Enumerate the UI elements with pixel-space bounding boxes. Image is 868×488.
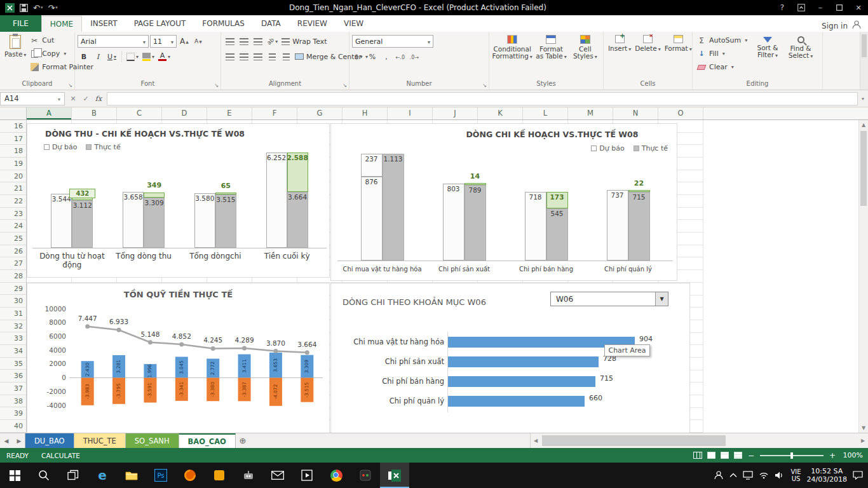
column-header-E[interactable]: E	[207, 107, 252, 119]
find-select-button[interactable]: Find & Select	[784, 34, 817, 61]
row-header-29[interactable]: 29	[0, 283, 27, 295]
bold-button[interactable]: B	[78, 50, 90, 63]
align-middle-button[interactable]	[238, 35, 250, 48]
enter-button[interactable]	[80, 95, 92, 103]
autosum-button[interactable]: AutoSum	[695, 34, 751, 47]
new-sheet-button[interactable]	[236, 433, 250, 448]
tab-page-layout[interactable]: PAGE LAYOUT	[126, 16, 194, 32]
chrome-app[interactable]	[322, 463, 351, 488]
ribbon-scrollbar[interactable]	[860, 32, 868, 90]
row-header-26[interactable]: 26	[0, 245, 27, 258]
sheet-tab-thuc_te[interactable]: THUC_TE	[74, 433, 126, 448]
column-header-I[interactable]: I	[388, 107, 433, 119]
column-header-A[interactable]: A	[27, 107, 72, 119]
insert-function-button[interactable]: fx	[93, 95, 104, 103]
increase-font-button[interactable]: A▲	[178, 35, 191, 48]
column-header-C[interactable]: C	[117, 107, 162, 119]
accounting-format-button[interactable]	[352, 50, 365, 63]
week-dropdown[interactable]: W06	[550, 292, 668, 306]
number-dialog-launcher[interactable]	[481, 82, 488, 89]
save-icon[interactable]	[20, 4, 28, 12]
task-view-button[interactable]	[58, 463, 88, 488]
display-settings-icon[interactable]	[693, 452, 702, 459]
row-header-30[interactable]: 30	[0, 295, 27, 308]
row-header-22[interactable]: 22	[0, 195, 27, 208]
column-header-F[interactable]: F	[252, 107, 297, 119]
excel-app[interactable]	[380, 463, 409, 488]
row-header-31[interactable]: 31	[0, 308, 27, 320]
movies-app[interactable]	[292, 463, 322, 488]
tab-data[interactable]: DATA	[253, 16, 289, 32]
decrease-indent-button[interactable]	[266, 50, 278, 63]
fill-color-button[interactable]	[141, 50, 156, 63]
font-color-button[interactable]	[157, 50, 172, 63]
wrap-text-button[interactable]: Wrap Text	[280, 35, 328, 48]
horizontal-scroll-thumb[interactable]	[542, 435, 726, 446]
edge-app[interactable]: e	[88, 463, 117, 488]
chevron-up-icon[interactable]	[729, 473, 737, 478]
start-button[interactable]	[0, 463, 29, 488]
bot-app[interactable]	[234, 463, 263, 488]
name-box[interactable]: A14	[0, 92, 65, 105]
sheet-tab-so_sanh[interactable]: SO_SANH	[125, 433, 179, 448]
zoom-level[interactable]: 100%	[841, 451, 863, 459]
alignment-dialog-launcher[interactable]	[341, 82, 348, 89]
align-left-button[interactable]	[224, 50, 236, 63]
column-header-L[interactable]: L	[523, 107, 568, 119]
folder-app[interactable]	[205, 463, 234, 488]
status-calculate[interactable]: CALCULATE	[35, 452, 86, 459]
row-header-20[interactable]: 20	[0, 170, 27, 183]
comma-style-button[interactable]: ,	[380, 50, 393, 63]
align-bottom-button[interactable]	[252, 35, 264, 48]
people-icon[interactable]	[714, 470, 724, 480]
column-header-D[interactable]: D	[162, 107, 207, 119]
select-all-corner[interactable]	[0, 107, 27, 119]
paste-button[interactable]: Paste	[3, 34, 28, 60]
sort-filter-button[interactable]: Sort & Filter	[751, 34, 784, 60]
sheet-tab-du_bao[interactable]: DU_BAO	[25, 433, 74, 448]
mail-app[interactable]	[263, 463, 292, 488]
tab-formulas[interactable]: FORMULAS	[194, 16, 253, 32]
clipboard-dialog-launcher[interactable]	[67, 82, 74, 89]
volume-icon[interactable]	[775, 471, 785, 480]
zoom-slider[interactable]	[760, 455, 824, 456]
vertical-scroll-thumb[interactable]	[860, 131, 867, 206]
worksheet-grid[interactable]: 1617181920212223242526272829303132333435…	[0, 120, 868, 433]
row-header-28[interactable]: 28	[0, 270, 27, 283]
sign-in[interactable]: Sign in	[822, 20, 868, 32]
clear-button[interactable]: Clear	[695, 60, 751, 74]
scroll-right-icon[interactable]: ▶	[858, 438, 868, 444]
fill-button[interactable]: Fill	[695, 47, 751, 60]
percent-style-button[interactable]: %	[366, 50, 379, 63]
sheet-nav-left-icon[interactable]: ◀	[0, 433, 13, 448]
column-header-K[interactable]: K	[478, 107, 523, 119]
row-header-27[interactable]: 27	[0, 257, 27, 270]
tab-file[interactable]: FILE	[0, 15, 41, 32]
zoom-out-button[interactable]: −	[747, 451, 755, 460]
row-header-37[interactable]: 37	[0, 383, 27, 395]
increase-indent-button[interactable]	[280, 50, 292, 63]
tab-view[interactable]: VIEW	[336, 16, 372, 32]
font-family-select[interactable]: Arial	[78, 35, 149, 48]
horizontal-scrollbar[interactable]: ◀ ▶	[530, 433, 868, 448]
row-header-40[interactable]: 40	[0, 420, 27, 433]
row-header-32[interactable]: 32	[0, 320, 27, 333]
chart-revenue-plan-vs-actual[interactable]: DÒNG THU - CHI KẾ HOẠCH VS.THỰC TẾ W08Dự…	[27, 123, 330, 278]
align-right-button[interactable]	[252, 50, 264, 63]
column-header-N[interactable]: N	[613, 107, 658, 119]
search-button[interactable]	[29, 463, 58, 488]
row-header-33[interactable]: 33	[0, 332, 27, 345]
maximize-button[interactable]	[830, 0, 849, 15]
close-button[interactable]	[849, 0, 868, 15]
undo-button[interactable]: ▾	[33, 4, 43, 12]
increase-decimal-button[interactable]	[394, 50, 407, 63]
photoshop-app[interactable]: Ps	[146, 463, 175, 488]
column-header-J[interactable]: J	[433, 107, 478, 119]
vertical-scrollbar[interactable]: ▲ ▼	[858, 120, 868, 433]
row-header-25[interactable]: 25	[0, 233, 27, 245]
monitor-icon[interactable]	[743, 471, 753, 480]
cell-styles-button[interactable]: Cell Styles	[571, 34, 600, 62]
format-cells-button[interactable]: Format	[663, 34, 694, 54]
row-header-39[interactable]: 39	[0, 407, 27, 420]
row-header-38[interactable]: 38	[0, 395, 27, 408]
